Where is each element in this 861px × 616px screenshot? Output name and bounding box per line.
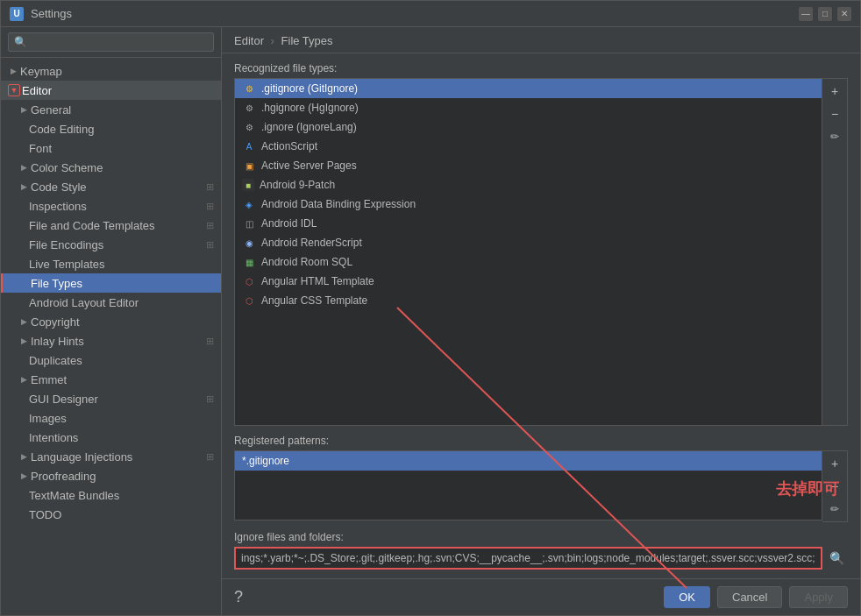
search-ignore-button[interactable]: 🔍 bbox=[826, 549, 848, 567]
main-content: ▶ Keymap ▼ Editor ▶ General Code Editing bbox=[1, 27, 860, 615]
breadcrumb-file-types: File Types bbox=[281, 34, 333, 47]
recognized-label: Recognized file types: bbox=[234, 62, 848, 74]
bottom-bar: ? OK Cancel Apply bbox=[222, 578, 860, 615]
right-panel: Editor › File Types Recognized file type… bbox=[222, 27, 860, 615]
expand-arrow: ▼ bbox=[8, 84, 20, 96]
list-item[interactable]: ⚙ .ignore (IgnoreLang) bbox=[235, 117, 822, 137]
ok-button[interactable]: OK bbox=[664, 586, 710, 608]
list-item-label: Android RenderScript bbox=[261, 237, 362, 249]
list-item-label: ActionScript bbox=[261, 140, 317, 152]
help-button[interactable]: ? bbox=[234, 588, 243, 606]
maximize-button[interactable]: □ bbox=[818, 7, 832, 21]
sidebar-item-intentions[interactable]: Intentions bbox=[1, 428, 221, 447]
list-item-label: Android 9-Patch bbox=[260, 179, 335, 191]
ignore-section: Ignore files and folders: 🔍 去掉即可 bbox=[234, 531, 848, 570]
sidebar-item-code-editing[interactable]: Code Editing bbox=[1, 119, 221, 138]
sidebar-item-color-scheme[interactable]: ▶ Color Scheme bbox=[1, 158, 221, 177]
sidebar-item-duplicates[interactable]: Duplicates bbox=[1, 350, 221, 370]
breadcrumb-editor: Editor bbox=[234, 34, 264, 47]
search-input[interactable] bbox=[8, 32, 214, 52]
sidebar-item-editor[interactable]: ▼ Editor bbox=[1, 81, 221, 100]
sidebar-item-code-style[interactable]: ▶ Code Style ⊞ bbox=[1, 177, 221, 196]
angular-css-icon: ⬡ bbox=[242, 294, 256, 308]
list-item[interactable]: ◉ Android RenderScript bbox=[235, 233, 822, 252]
expand-arrow: ▶ bbox=[18, 374, 29, 385]
registered-list-section: *.gitignore + − ✏ bbox=[234, 450, 848, 522]
list-item-label: Android Room SQL bbox=[261, 256, 352, 268]
sidebar-item-keymap[interactable]: ▶ Keymap bbox=[1, 61, 221, 81]
sidebar-item-emmet[interactable]: ▶ Emmet bbox=[1, 370, 221, 389]
sidebar-item-general[interactable]: ▶ General bbox=[1, 100, 221, 119]
breadcrumb: Editor › File Types bbox=[234, 34, 333, 47]
sidebar-item-inspections[interactable]: Inspections ⊞ bbox=[1, 196, 221, 216]
panel-body: Recognized file types: ⚙ .gitignore (Git… bbox=[222, 53, 860, 578]
remove-pattern-button[interactable]: − bbox=[824, 476, 845, 497]
edit-pattern-button[interactable]: ✏ bbox=[824, 499, 845, 520]
ignore-files-input[interactable] bbox=[234, 547, 822, 570]
list-item[interactable]: ◈ Android Data Binding Expression bbox=[235, 195, 822, 214]
remove-file-type-button[interactable]: − bbox=[824, 103, 845, 124]
recognized-list-section: ⚙ .gitignore (GitIgnore) ⚙ .hgignore (Hg… bbox=[234, 78, 848, 426]
list-item[interactable]: ■ Android 9-Patch bbox=[235, 175, 822, 195]
expand-arrow: ▶ bbox=[8, 66, 18, 76]
recognized-list-buttons: + − ✏ bbox=[822, 78, 848, 426]
expand-arrow: ▶ bbox=[18, 181, 29, 192]
list-item[interactable]: A ActionScript bbox=[235, 137, 822, 156]
inlay-hints-icon: ⊞ bbox=[206, 336, 214, 347]
expand-arrow: ▶ bbox=[18, 451, 29, 462]
sidebar-item-proofreading[interactable]: ▶ Proofreading bbox=[1, 466, 221, 485]
panel-header: Editor › File Types bbox=[222, 27, 860, 53]
apply-button[interactable]: Apply bbox=[789, 586, 848, 608]
gui-designer-icon: ⊞ bbox=[206, 393, 214, 405]
file-code-templates-icon: ⊞ bbox=[206, 220, 214, 231]
minimize-button[interactable]: — bbox=[799, 7, 813, 21]
list-item[interactable]: ⚙ .hgignore (HgIgnore) bbox=[235, 98, 822, 117]
settings-window: U Settings — □ ✕ ▶ Keymap ▼ Editor bbox=[0, 0, 861, 616]
sidebar-item-android-layout-editor[interactable]: Android Layout Editor bbox=[1, 293, 221, 312]
expand-arrow: ▶ bbox=[18, 336, 29, 346]
asp-icon: ▣ bbox=[242, 159, 256, 173]
sidebar-item-language-injections[interactable]: ▶ Language Injections ⊞ bbox=[1, 447, 221, 466]
window-title: Settings bbox=[31, 7, 72, 20]
sidebar-item-inlay-hints[interactable]: ▶ Inlay Hints ⊞ bbox=[1, 331, 221, 350]
sidebar-item-textmate-bundles[interactable]: TextMate Bundles bbox=[1, 485, 221, 505]
android-databinding-icon: ◈ bbox=[242, 197, 256, 211]
registered-pattern-item[interactable]: *.gitignore bbox=[235, 451, 822, 471]
list-item-label: .gitignore (GitIgnore) bbox=[261, 82, 358, 95]
sidebar-item-live-templates[interactable]: Live Templates bbox=[1, 254, 221, 273]
android-room-icon: ▦ bbox=[242, 255, 256, 269]
list-item[interactable]: ⬡ Angular HTML Template bbox=[235, 272, 822, 291]
cancel-button[interactable]: Cancel bbox=[717, 586, 782, 608]
sidebar-item-file-encodings[interactable]: File Encodings ⊞ bbox=[1, 235, 221, 254]
app-icon: U bbox=[10, 7, 24, 21]
list-item[interactable]: ▦ Android Room SQL bbox=[235, 252, 822, 272]
list-item[interactable]: ▣ Active Server Pages bbox=[235, 156, 822, 175]
expand-arrow: ▶ bbox=[18, 316, 29, 327]
ignore-icon: ⚙ bbox=[242, 120, 256, 134]
sidebar-item-file-and-code-templates[interactable]: File and Code Templates ⊞ bbox=[1, 216, 221, 235]
ignore-label: Ignore files and folders: bbox=[234, 531, 848, 543]
actionscript-icon: A bbox=[242, 139, 256, 153]
add-pattern-button[interactable]: + bbox=[824, 453, 845, 474]
android-patch-icon: ■ bbox=[242, 179, 254, 191]
sidebar-item-gui-designer[interactable]: GUI Designer ⊞ bbox=[1, 389, 221, 408]
sidebar-item-font[interactable]: Font bbox=[1, 138, 221, 158]
sidebar-item-file-types[interactable]: File Types bbox=[1, 273, 221, 293]
list-item-label: Angular CSS Template bbox=[261, 294, 367, 307]
add-file-type-button[interactable]: + bbox=[824, 81, 845, 102]
list-item[interactable]: ◫ Android IDL bbox=[235, 214, 822, 233]
list-item[interactable]: ⬡ Angular CSS Template bbox=[235, 291, 822, 310]
android-renderscript-icon: ◉ bbox=[242, 236, 256, 250]
android-idl-icon: ◫ bbox=[242, 216, 256, 230]
list-item[interactable]: ⚙ .gitignore (GitIgnore) bbox=[235, 79, 822, 98]
expand-arrow: ▶ bbox=[18, 162, 29, 173]
recognized-file-types-list[interactable]: ⚙ .gitignore (GitIgnore) ⚙ .hgignore (Hg… bbox=[234, 78, 822, 426]
edit-file-type-button[interactable]: ✏ bbox=[824, 126, 845, 147]
list-item-label: Android Data Binding Expression bbox=[261, 198, 416, 210]
sidebar-item-todo[interactable]: TODO bbox=[1, 505, 221, 524]
sidebar-item-copyright[interactable]: ▶ Copyright bbox=[1, 312, 221, 331]
sidebar-item-images[interactable]: Images bbox=[1, 408, 221, 428]
file-encodings-icon: ⊞ bbox=[206, 239, 214, 251]
registered-patterns-list[interactable]: *.gitignore bbox=[234, 450, 822, 520]
close-button[interactable]: ✕ bbox=[837, 7, 851, 21]
